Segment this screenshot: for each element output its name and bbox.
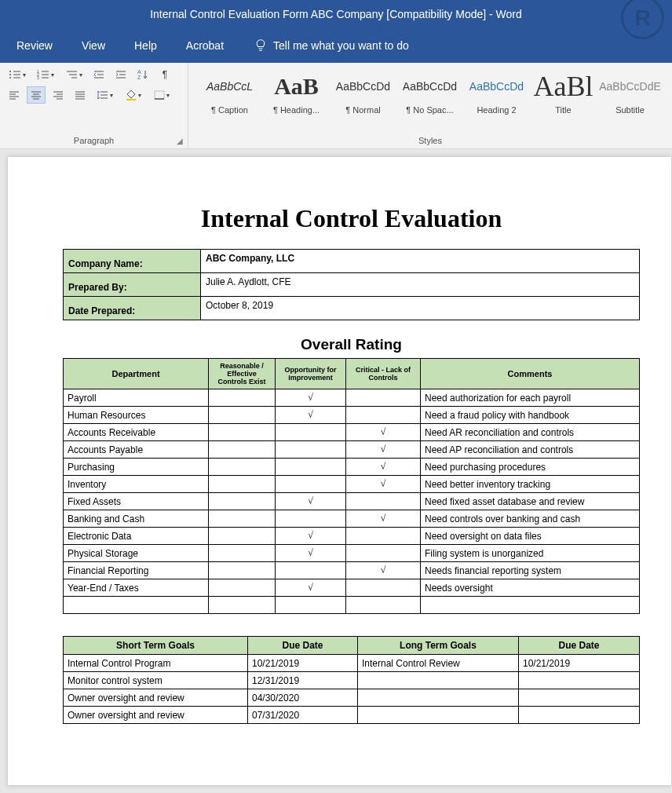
show-hide-marks-button[interactable]: ¶: [155, 66, 174, 83]
col-reasonable: Reasonable / Effective Controls Exist: [209, 359, 276, 389]
cell-comment: Need controls over banking and cash: [421, 510, 640, 528]
multilevel-list-button[interactable]: ▾: [61, 66, 86, 83]
bullets-button[interactable]: ▾: [5, 66, 30, 83]
cell-due2: [519, 672, 640, 689]
title-bar: Internal Control Evaluation Form ABC Com…: [0, 0, 672, 27]
style-heading2[interactable]: AaBbCcDd Heading 2: [463, 68, 530, 118]
cell-reasonable: [209, 562, 276, 579]
cell-opportunity: [276, 476, 346, 493]
style-subtitle[interactable]: AaBbCcDdE Subtitle: [597, 68, 663, 118]
svg-text:Z: Z: [137, 75, 141, 80]
table-row: Physical Storage√Filing system is unorga…: [64, 545, 640, 562]
document-title: Internal Control Evaluation: [63, 204, 640, 233]
table-row: Financial Reporting√Needs financial repo…: [64, 562, 640, 579]
cell-comment: Need AP reconciliation and controls: [421, 441, 640, 459]
tab-review[interactable]: Review: [12, 35, 57, 57]
cell-opportunity: √: [276, 545, 346, 562]
shading-button[interactable]: ▾: [121, 86, 146, 104]
col-due1: Due Date: [248, 637, 358, 655]
table-row: Monitor control system12/31/2019: [64, 672, 640, 689]
table-row: Human Resources√Need a fraud policy with…: [64, 407, 640, 424]
cell-due1: 10/21/2019: [248, 655, 358, 672]
align-center-button[interactable]: [27, 86, 46, 104]
cell-reasonable: [209, 545, 276, 562]
style-caption[interactable]: AaBbCcL ¶ Caption: [196, 68, 263, 118]
cell-opportunity: [276, 510, 346, 528]
cell-reasonable: [209, 407, 276, 424]
document-scroll-area[interactable]: Internal Control Evaluation Company Name…: [0, 149, 672, 793]
table-row: Year-End / Taxes√Needs oversight: [64, 579, 640, 597]
cell-short-goal: Monitor control system: [64, 672, 248, 689]
cell-comment: Need authorization for each payroll: [421, 389, 640, 407]
numbering-button[interactable]: 123▾: [33, 66, 58, 83]
svg-point-6: [9, 77, 11, 79]
cell-reasonable: [209, 476, 276, 493]
justify-button[interactable]: [71, 86, 89, 104]
line-spacing-button[interactable]: ▾: [93, 86, 118, 104]
style-normal[interactable]: AaBbCcDd ¶ Normal: [330, 68, 396, 118]
tab-view[interactable]: View: [77, 35, 110, 57]
table-row: Purchasing√Need purchasing procedures: [64, 459, 640, 476]
cell-due1: 12/31/2019: [248, 672, 358, 689]
increase-indent-button[interactable]: [111, 66, 130, 83]
style-title[interactable]: AaBl Title: [530, 68, 597, 118]
cell-department: Banking and Cash: [64, 510, 209, 528]
tab-help[interactable]: Help: [130, 35, 162, 57]
styles-gallery[interactable]: AaBbCcL ¶ Caption AaB ¶ Heading... AaBbC…: [193, 66, 667, 119]
tell-me-label: Tell me what you want to do: [273, 39, 409, 52]
svg-rect-47: [155, 91, 164, 99]
cell-long-goal: Internal Control Review: [358, 655, 519, 672]
sort-button[interactable]: AZ: [133, 66, 152, 83]
decrease-indent-button[interactable]: [89, 66, 108, 83]
col-department: Department: [64, 359, 209, 389]
table-row: Inventory√Need better inventory tracking: [64, 476, 640, 493]
paragraph-group-label: Paragraph ◢: [5, 134, 183, 147]
cell-reasonable: [209, 459, 276, 476]
col-due2: Due Date: [519, 637, 640, 655]
cell-comment: Need oversight on data files: [421, 528, 640, 545]
align-left-button[interactable]: [5, 86, 24, 104]
cell-opportunity: √: [276, 493, 346, 510]
ribbon: ▾ 123▾ ▾ AZ ¶: [0, 63, 672, 149]
cell-critical: √: [346, 441, 421, 459]
cell-department: Human Resources: [64, 407, 209, 424]
table-row: Electronic Data√Need oversight on data f…: [64, 528, 640, 545]
prepared-by-label: Prepared By:: [64, 273, 201, 297]
tell-me-search[interactable]: Tell me what you want to do: [254, 39, 409, 52]
date-prepared-value: October 8, 2019: [201, 297, 640, 320]
lightbulb-icon: [254, 39, 267, 52]
tab-acrobat[interactable]: Acrobat: [181, 35, 228, 57]
paragraph-dialog-launcher-icon[interactable]: ◢: [177, 137, 183, 145]
col-critical: Critical - Lack of Controls: [346, 359, 421, 389]
cell-reasonable: [209, 441, 276, 459]
style-no-spacing[interactable]: AaBbCcDd ¶ No Spac...: [396, 68, 463, 118]
cell-critical: [346, 407, 421, 424]
borders-button[interactable]: ▾: [149, 86, 174, 104]
cell-comment: Needs financial reporting system: [421, 562, 640, 579]
cell-long-goal: [358, 689, 519, 707]
document-page[interactable]: Internal Control Evaluation Company Name…: [8, 157, 671, 785]
prepared-by-value: Julie A. Aydlott, CFE: [201, 273, 640, 297]
table-row: Owner oversight and review04/30/2020: [64, 689, 640, 707]
style-heading1[interactable]: AaB ¶ Heading...: [263, 68, 330, 118]
cell-comment: Need a fraud policy with handbook: [421, 407, 640, 424]
svg-point-4: [9, 74, 11, 75]
cell-critical: √: [346, 476, 421, 493]
align-right-button[interactable]: [49, 86, 68, 104]
cell-reasonable: [209, 579, 276, 597]
table-row: Accounts Receivable√Need AR reconciliati…: [64, 424, 640, 441]
rating-table: Department Reasonable / Effective Contro…: [63, 358, 640, 614]
cell-department: [64, 597, 209, 614]
cell-reasonable: [209, 389, 276, 407]
cell-reasonable: [209, 424, 276, 441]
cell-department: Year-End / Taxes: [64, 579, 209, 597]
table-row: Owner oversight and review07/31/2020: [64, 707, 640, 724]
svg-text:A: A: [137, 69, 141, 75]
cell-reasonable: [209, 510, 276, 528]
cell-due1: 07/31/2020: [248, 707, 358, 724]
cell-critical: √: [346, 459, 421, 476]
cell-department: Accounts Receivable: [64, 424, 209, 441]
table-row: Prepared By: Julie A. Aydlott, CFE: [64, 273, 640, 297]
cell-comment: Need better inventory tracking: [421, 476, 640, 493]
goals-table: Short Term Goals Due Date Long Term Goal…: [63, 636, 640, 724]
